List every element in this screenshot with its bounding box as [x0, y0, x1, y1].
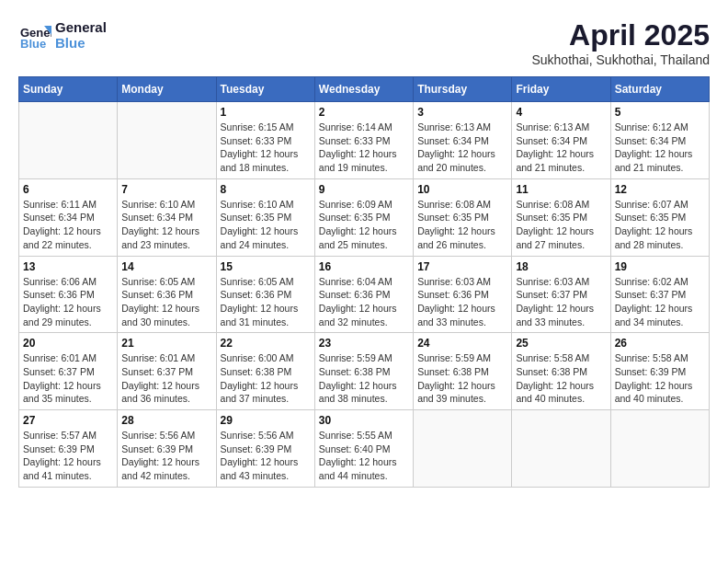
calendar-cell: 4Sunrise: 6:13 AM Sunset: 6:34 PM Daylig… [512, 102, 610, 179]
day-number: 22 [221, 337, 311, 350]
day-number: 26 [615, 337, 705, 350]
day-number: 5 [615, 106, 705, 119]
calendar-cell: 9Sunrise: 6:09 AM Sunset: 6:35 PM Daylig… [314, 178, 413, 256]
day-number: 17 [417, 260, 507, 273]
day-number: 10 [417, 183, 507, 196]
day-number: 29 [221, 414, 311, 427]
calendar-cell: 24Sunrise: 5:59 AM Sunset: 6:38 PM Dayli… [414, 333, 512, 410]
day-info: Sunrise: 6:14 AM Sunset: 6:33 PM Dayligh… [319, 121, 409, 175]
day-info: Sunrise: 6:00 AM Sunset: 6:38 PM Dayligh… [221, 351, 311, 406]
calendar-cell: 13Sunrise: 6:06 AM Sunset: 6:36 PM Dayli… [19, 256, 118, 333]
day-number: 6 [23, 183, 113, 196]
day-number: 9 [319, 183, 409, 196]
weekday-header: Sunday [19, 77, 118, 102]
calendar-cell: 21Sunrise: 6:01 AM Sunset: 6:37 PM Dayli… [118, 333, 216, 410]
calendar-cell: 18Sunrise: 6:03 AM Sunset: 6:37 PM Dayli… [512, 256, 610, 333]
weekday-header: Thursday [414, 77, 512, 102]
calendar-week-row: 13Sunrise: 6:06 AM Sunset: 6:36 PM Dayli… [19, 256, 710, 333]
calendar-cell [118, 102, 216, 179]
day-info: Sunrise: 6:01 AM Sunset: 6:37 PM Dayligh… [121, 351, 211, 406]
day-info: Sunrise: 5:59 AM Sunset: 6:38 PM Dayligh… [319, 351, 409, 406]
calendar-cell: 1Sunrise: 6:15 AM Sunset: 6:33 PM Daylig… [216, 102, 314, 179]
calendar-cell: 14Sunrise: 6:05 AM Sunset: 6:36 PM Dayli… [118, 256, 216, 333]
calendar-cell: 27Sunrise: 5:57 AM Sunset: 6:39 PM Dayli… [19, 410, 118, 488]
day-info: Sunrise: 6:02 AM Sunset: 6:37 PM Dayligh… [615, 275, 705, 329]
day-number: 7 [121, 183, 211, 196]
calendar-cell: 22Sunrise: 6:00 AM Sunset: 6:38 PM Dayli… [216, 333, 314, 410]
calendar-cell: 17Sunrise: 6:03 AM Sunset: 6:36 PM Dayli… [414, 256, 512, 333]
day-info: Sunrise: 5:58 AM Sunset: 6:39 PM Dayligh… [615, 351, 705, 406]
calendar-cell [610, 410, 709, 488]
calendar-cell: 3Sunrise: 6:13 AM Sunset: 6:34 PM Daylig… [414, 102, 512, 179]
calendar-cell: 11Sunrise: 6:08 AM Sunset: 6:35 PM Dayli… [512, 178, 610, 256]
calendar-cell: 5Sunrise: 6:12 AM Sunset: 6:34 PM Daylig… [610, 102, 709, 179]
day-info: Sunrise: 6:07 AM Sunset: 6:35 PM Dayligh… [615, 198, 705, 252]
calendar-cell: 6Sunrise: 6:11 AM Sunset: 6:34 PM Daylig… [19, 178, 118, 256]
calendar-cell: 19Sunrise: 6:02 AM Sunset: 6:37 PM Dayli… [610, 256, 709, 333]
day-info: Sunrise: 6:04 AM Sunset: 6:36 PM Dayligh… [319, 275, 409, 329]
calendar-cell: 25Sunrise: 5:58 AM Sunset: 6:38 PM Dayli… [512, 333, 610, 410]
day-number: 11 [516, 183, 606, 196]
weekday-header: Monday [118, 77, 216, 102]
location: Sukhothai, Sukhothai, Thailand [531, 52, 710, 67]
weekday-header-row: SundayMondayTuesdayWednesdayThursdayFrid… [19, 77, 710, 102]
logo-line2: Blue [55, 35, 107, 51]
day-number: 19 [615, 260, 705, 273]
day-info: Sunrise: 5:56 AM Sunset: 6:39 PM Dayligh… [221, 429, 311, 483]
day-number: 3 [417, 106, 507, 119]
day-number: 4 [516, 106, 606, 119]
month-title: April 2025 [531, 18, 710, 52]
calendar: SundayMondayTuesdayWednesdayThursdayFrid… [18, 76, 710, 488]
day-info: Sunrise: 6:08 AM Sunset: 6:35 PM Dayligh… [417, 198, 507, 252]
calendar-cell: 7Sunrise: 6:10 AM Sunset: 6:34 PM Daylig… [118, 178, 216, 256]
calendar-cell: 26Sunrise: 5:58 AM Sunset: 6:39 PM Dayli… [610, 333, 709, 410]
calendar-cell [414, 410, 512, 488]
logo-line1: General [55, 19, 107, 35]
day-number: 16 [319, 260, 409, 273]
day-info: Sunrise: 6:13 AM Sunset: 6:34 PM Dayligh… [417, 121, 507, 175]
calendar-week-row: 20Sunrise: 6:01 AM Sunset: 6:37 PM Dayli… [19, 333, 710, 410]
day-info: Sunrise: 6:05 AM Sunset: 6:36 PM Dayligh… [121, 275, 211, 329]
calendar-cell: 15Sunrise: 6:05 AM Sunset: 6:36 PM Dayli… [216, 256, 314, 333]
day-info: Sunrise: 6:10 AM Sunset: 6:34 PM Dayligh… [121, 198, 211, 252]
calendar-cell: 20Sunrise: 6:01 AM Sunset: 6:37 PM Dayli… [19, 333, 118, 410]
day-info: Sunrise: 6:05 AM Sunset: 6:36 PM Dayligh… [221, 275, 311, 329]
day-info: Sunrise: 6:03 AM Sunset: 6:37 PM Dayligh… [516, 275, 606, 329]
day-number: 8 [221, 183, 311, 196]
day-info: Sunrise: 6:12 AM Sunset: 6:34 PM Dayligh… [615, 121, 705, 175]
day-number: 18 [516, 260, 606, 273]
calendar-cell: 30Sunrise: 5:55 AM Sunset: 6:40 PM Dayli… [314, 410, 413, 488]
calendar-cell: 8Sunrise: 6:10 AM Sunset: 6:35 PM Daylig… [216, 178, 314, 256]
calendar-cell: 16Sunrise: 6:04 AM Sunset: 6:36 PM Dayli… [314, 256, 413, 333]
day-info: Sunrise: 6:13 AM Sunset: 6:34 PM Dayligh… [516, 121, 606, 175]
weekday-header: Tuesday [216, 77, 314, 102]
calendar-cell: 23Sunrise: 5:59 AM Sunset: 6:38 PM Dayli… [314, 333, 413, 410]
weekday-header: Saturday [610, 77, 709, 102]
calendar-cell: 29Sunrise: 5:56 AM Sunset: 6:39 PM Dayli… [216, 410, 314, 488]
day-number: 28 [121, 414, 211, 427]
day-number: 15 [221, 260, 311, 273]
calendar-cell [512, 410, 610, 488]
title-block: April 2025 Sukhothai, Sukhothai, Thailan… [531, 18, 710, 67]
calendar-week-row: 27Sunrise: 5:57 AM Sunset: 6:39 PM Dayli… [19, 410, 710, 488]
day-info: Sunrise: 6:08 AM Sunset: 6:35 PM Dayligh… [516, 198, 606, 252]
calendar-week-row: 6Sunrise: 6:11 AM Sunset: 6:34 PM Daylig… [19, 178, 710, 256]
day-info: Sunrise: 5:59 AM Sunset: 6:38 PM Dayligh… [417, 351, 507, 406]
day-info: Sunrise: 6:15 AM Sunset: 6:33 PM Dayligh… [221, 121, 311, 175]
weekday-header: Friday [512, 77, 610, 102]
day-number: 12 [615, 183, 705, 196]
day-info: Sunrise: 6:06 AM Sunset: 6:36 PM Dayligh… [23, 275, 113, 329]
day-number: 24 [417, 337, 507, 350]
weekday-header: Wednesday [314, 77, 413, 102]
day-info: Sunrise: 5:56 AM Sunset: 6:39 PM Dayligh… [121, 429, 211, 483]
day-info: Sunrise: 5:58 AM Sunset: 6:38 PM Dayligh… [516, 351, 606, 406]
page-header: General Blue General Blue April 2025 Suk… [18, 18, 710, 67]
calendar-week-row: 1Sunrise: 6:15 AM Sunset: 6:33 PM Daylig… [19, 102, 710, 179]
day-number: 2 [319, 106, 409, 119]
day-number: 21 [121, 337, 211, 350]
logo: General Blue General Blue [18, 18, 107, 52]
day-number: 13 [23, 260, 113, 273]
day-info: Sunrise: 6:01 AM Sunset: 6:37 PM Dayligh… [23, 351, 113, 406]
day-number: 14 [121, 260, 211, 273]
calendar-cell: 12Sunrise: 6:07 AM Sunset: 6:35 PM Dayli… [610, 178, 709, 256]
